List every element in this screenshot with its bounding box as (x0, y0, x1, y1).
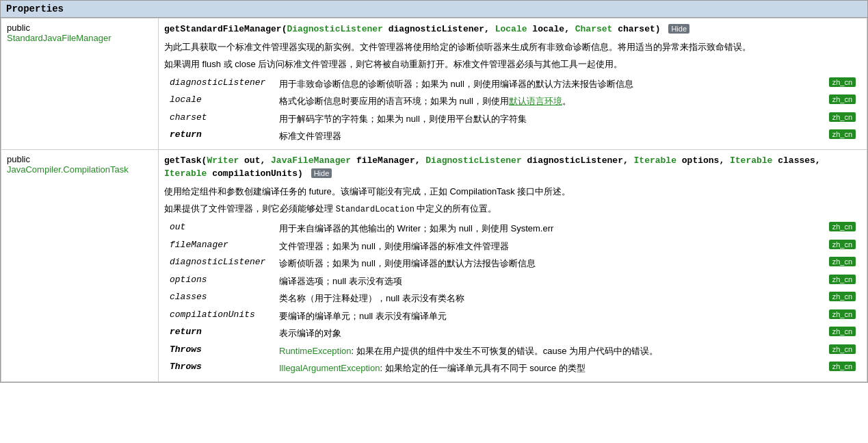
param-name-fileManager: fileManager (164, 238, 274, 255)
standard-location-code: StandardLocation (336, 205, 415, 214)
throws-row-IllegalArgumentException: Throws IllegalArgumentException: 如果给定的任一… (164, 359, 861, 377)
method-name-2: getTask (164, 155, 202, 166)
zhcn-cell-throws-IllegalArgumentException: zh_cn (821, 359, 861, 377)
zhcn-btn-return-1[interactable]: zh_cn (829, 129, 856, 139)
properties-title: Properties (6, 3, 64, 14)
desc2-1: 如果调用 flush 或 close 后访问标准文件管理器，则它将被自动重新打开… (164, 58, 861, 71)
param-name-diagnosticListener-2: diagnosticListener (164, 255, 274, 273)
param-type-DiagnosticListener-1[interactable]: DiagnosticListener (287, 24, 382, 34)
right-cell-1: getStandardFileManager(DiagnosticListene… (159, 18, 867, 150)
params-table-2: out 用于来自编译器的其他输出的 Writer；如果为 null，则使用 Sy… (164, 220, 861, 377)
zhcn-cell-diagnosticListener-2: zh_cn (821, 255, 861, 273)
throws-label-IllegalArgumentException: Throws (164, 359, 274, 377)
params-table-1: diagnosticListener 用于非致命诊断信息的诊断侦听器；如果为 n… (164, 75, 861, 145)
param-row-fileManager: fileManager 文件管理器；如果为 null，则使用编译器的标准文件管理… (164, 238, 861, 255)
page-container: Properties public StandardJavaFileManage… (0, 0, 868, 383)
zhcn-btn-out[interactable]: zh_cn (829, 222, 856, 231)
left-cell-1: public StandardJavaFileManager (1, 18, 159, 150)
return-label-1: return (164, 127, 274, 145)
return-type-link-2[interactable]: JavaCompiler.CompilationTask (7, 164, 129, 175)
param-row-classes: classes 类名称（用于注释处理），null 表示没有类名称 zh_cn (164, 290, 861, 307)
param-desc-locale-1: 格式化诊断信息时要应用的语言环境；如果为 null，则使用默认语言环境。 (274, 92, 821, 110)
param-desc-diagnosticListener-1: 用于非致命诊断信息的诊断侦听器；如果为 null，则使用编译器的默认方法来报告诊… (274, 75, 821, 93)
zhcn-cell-classes: zh_cn (821, 290, 861, 307)
param-desc-out: 用于来自编译器的其他输出的 Writer；如果为 null，则使用 System… (274, 220, 821, 238)
param-row-locale-1: locale 格式化诊断信息时要应用的语言环境；如果为 null，则使用默认语言… (164, 92, 861, 110)
param-type-Locale-1[interactable]: Locale (495, 24, 527, 34)
param-row-diagnosticListener-1: diagnosticListener 用于非致命诊断信息的诊断侦听器；如果为 n… (164, 75, 861, 93)
zhcn-btn-options[interactable]: zh_cn (829, 275, 856, 284)
desc1-1: 为此工具获取一个标准文件管理器实现的新实例。文件管理器将使用给定的诊断侦听器来生… (164, 40, 861, 54)
param-desc-diagnosticListener-2: 诊断侦听器；如果为 null，则使用编译器的默认方法报告诊断信息 (274, 255, 821, 273)
exception-link-RuntimeException[interactable]: RuntimeException (279, 346, 352, 356)
param-type-JavaFileManager[interactable]: JavaFileManager (271, 155, 351, 166)
zhcn-cell-fileManager: zh_cn (821, 238, 861, 255)
hide-button-2[interactable]: Hide (311, 168, 332, 178)
param-name-compilationUnits: compilationUnits (164, 307, 274, 325)
param-name-diagnosticListener-1: diagnosticListener (164, 75, 274, 93)
return-label-2: return (164, 325, 274, 342)
zhcn-btn-fileManager[interactable]: zh_cn (829, 240, 856, 249)
zhcn-btn-locale-1[interactable]: zh_cn (829, 94, 856, 104)
throws-label-RuntimeException: Throws (164, 342, 274, 360)
param-type-Iterable-options[interactable]: Iterable (634, 155, 676, 166)
desc1-2: 使用给定组件和参数创建编译任务的 future。该编译可能没有完成，正如 Com… (164, 185, 861, 199)
left-cell-2: public JavaCompiler.CompilationTask (1, 149, 159, 381)
param-name-classes: classes (164, 290, 274, 307)
param-name-locale-1: locale (164, 92, 274, 110)
zhcn-btn-compilationUnits[interactable]: zh_cn (829, 309, 856, 319)
zhcn-cell-out: zh_cn (821, 220, 861, 238)
param-type-Writer[interactable]: Writer (207, 155, 239, 166)
exception-link-IllegalArgumentException[interactable]: IllegalArgumentException (279, 363, 380, 373)
return-type-link-1[interactable]: StandardJavaFileManager (7, 33, 111, 43)
throws-row-RuntimeException: Throws RuntimeException: 如果在用户提供的组件中发生不可… (164, 342, 861, 360)
param-desc-compilationUnits: 要编译的编译单元；null 表示没有编译单元 (274, 307, 821, 325)
zhcn-btn-return-2[interactable]: zh_cn (829, 327, 856, 336)
zhcn-cell-locale-1: zh_cn (821, 92, 861, 110)
zhcn-btn-throws-IllegalArgumentException[interactable]: zh_cn (829, 362, 856, 371)
zhcn-btn-charset-1[interactable]: zh_cn (829, 112, 856, 122)
return-desc-2: 表示编译的对象 (274, 325, 821, 342)
param-type-DiagnosticListener-2[interactable]: DiagnosticListener (425, 155, 521, 166)
return-row-1: return 标准文件管理器 zh_cn (164, 127, 861, 145)
zhcn-btn-throws-RuntimeException[interactable]: zh_cn (829, 344, 856, 354)
param-desc-classes: 类名称（用于注释处理），null 表示没有类名称 (274, 290, 821, 307)
param-row-charset-1: charset 用于解码字节的字符集；如果为 null，则使用平台默认的字符集 … (164, 110, 861, 128)
zhcn-cell-compilationUnits: zh_cn (821, 307, 861, 325)
zhcn-btn-diagnosticListener-2[interactable]: zh_cn (829, 257, 856, 266)
param-row-options: options 编译器选项；null 表示没有选项 zh_cn (164, 273, 861, 290)
default-locale-link[interactable]: 默认语言环境 (509, 96, 562, 106)
return-desc-1: 标准文件管理器 (274, 127, 821, 145)
param-type-Iterable-classes[interactable]: Iterable (730, 155, 772, 166)
zhcn-btn-diagnosticListener-1[interactable]: zh_cn (829, 77, 856, 87)
return-row-2: return 表示编译的对象 zh_cn (164, 325, 861, 342)
throws-desc-IllegalArgumentException: IllegalArgumentException: 如果给定的任一编译单元具有不… (274, 359, 821, 377)
method-row-getStandardFileManager: public StandardJavaFileManager getStanda… (1, 18, 867, 150)
param-name-options: options (164, 273, 274, 290)
param-row-compilationUnits: compilationUnits 要编译的编译单元；null 表示没有编译单元 … (164, 307, 861, 325)
method-name-1: getStandardFileManager (164, 24, 282, 34)
throws-desc-RuntimeException: RuntimeException: 如果在用户提供的组件中发生不可恢复的错误。c… (274, 342, 821, 360)
param-type-Charset-1[interactable]: Charset (575, 24, 613, 34)
properties-header: Properties (1, 1, 867, 18)
method-signature-1: getStandardFileManager(DiagnosticListene… (164, 23, 861, 36)
zhcn-cell-charset-1: zh_cn (821, 110, 861, 128)
param-desc-options: 编译器选项；null 表示没有选项 (274, 273, 821, 290)
right-cell-2: getTask(Writer out, JavaFileManager file… (159, 149, 867, 381)
param-desc-charset-1: 用于解码字节的字符集；如果为 null，则使用平台默认的字符集 (274, 110, 821, 128)
hide-button-1[interactable]: Hide (668, 24, 689, 34)
zhcn-btn-classes[interactable]: zh_cn (829, 292, 856, 301)
param-type-Iterable-compilationUnits[interactable]: Iterable (164, 168, 207, 179)
param-row-diagnosticListener-2: diagnosticListener 诊断侦听器；如果为 null，则使用编译器… (164, 255, 861, 273)
zhcn-cell-return-1: zh_cn (821, 127, 861, 145)
param-row-out: out 用于来自编译器的其他输出的 Writer；如果为 null，则使用 Sy… (164, 220, 861, 238)
main-table: public StandardJavaFileManager getStanda… (1, 18, 867, 382)
param-name-out: out (164, 220, 274, 238)
param-name-charset-1: charset (164, 110, 274, 128)
access-modifier-2: public (7, 154, 153, 164)
method-row-getTask: public JavaCompiler.CompilationTask getT… (1, 149, 867, 381)
param-desc-fileManager: 文件管理器；如果为 null，则使用编译器的标准文件管理器 (274, 238, 821, 255)
method-signature-2: getTask(Writer out, JavaFileManager file… (164, 154, 861, 181)
zhcn-cell-diagnosticListener-1: zh_cn (821, 75, 861, 93)
zhcn-cell-throws-RuntimeException: zh_cn (821, 342, 861, 360)
